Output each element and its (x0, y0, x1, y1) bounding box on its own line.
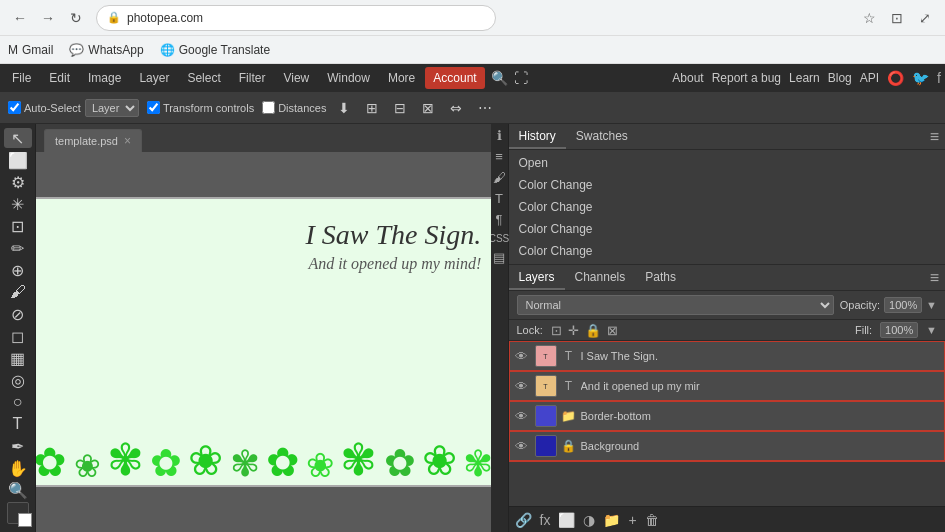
tool-move[interactable]: ↖ (4, 128, 32, 148)
menu-file[interactable]: File (4, 67, 39, 89)
layer-group-button[interactable]: 📁 (603, 512, 620, 528)
toolbar-icon-align3[interactable]: ⊠ (418, 98, 438, 118)
refresh-button[interactable]: ↻ (64, 6, 88, 30)
menu-about[interactable]: About (672, 71, 703, 85)
settings-icon[interactable]: ≡ (495, 149, 503, 164)
minimize-button[interactable]: ⊡ (885, 6, 909, 30)
tool-brush[interactable]: 🖌 (4, 282, 32, 302)
tool-eraser[interactable]: ◻ (4, 326, 32, 346)
lock-pixels-icon[interactable]: ⊡ (551, 323, 562, 338)
tab-paths[interactable]: Paths (635, 266, 686, 290)
layer-1-visibility[interactable]: 👁 (513, 377, 531, 395)
transform-controls-input[interactable] (147, 101, 160, 114)
lock-artboard-icon[interactable]: 🔒 (585, 323, 601, 338)
info-icon[interactable]: ℹ (497, 128, 502, 143)
layer-style-button[interactable]: fx (540, 512, 551, 528)
layers-panel-options[interactable]: ≡ (924, 269, 945, 287)
layer-select[interactable]: Layer (85, 99, 139, 117)
lock-position-icon[interactable]: ✛ (568, 323, 579, 338)
back-button[interactable]: ← (8, 6, 32, 30)
tool-heal[interactable]: ⊕ (4, 260, 32, 280)
menu-view[interactable]: View (275, 67, 317, 89)
social-reddit-icon[interactable]: ⭕ (887, 70, 904, 86)
layer-0-visibility[interactable]: 👁 (513, 347, 531, 365)
maximize-button[interactable]: ⤢ (913, 6, 937, 30)
menu-select[interactable]: Select (179, 67, 228, 89)
menu-learn[interactable]: Learn (789, 71, 820, 85)
history-item-color-change-3[interactable]: Color Change (509, 218, 946, 240)
menu-filter[interactable]: Filter (231, 67, 274, 89)
history-panel-options[interactable]: ≡ (924, 128, 945, 146)
layer-link-button[interactable]: 🔗 (515, 512, 532, 528)
social-twitter-icon[interactable]: 🐦 (912, 70, 929, 86)
layer-new-button[interactable]: + (628, 512, 636, 528)
menu-window[interactable]: Window (319, 67, 378, 89)
menu-api[interactable]: API (860, 71, 879, 85)
social-facebook-icon[interactable]: f (937, 70, 941, 86)
blend-mode-select[interactable]: Normal (517, 295, 834, 315)
tab-history[interactable]: History (509, 125, 566, 149)
bookmark-gmail[interactable]: M Gmail (8, 43, 53, 57)
history-item-color-change-4[interactable]: Color Change (509, 240, 946, 262)
menu-edit[interactable]: Edit (41, 67, 78, 89)
tool-pen[interactable]: ✒ (4, 436, 32, 456)
bookmark-button[interactable]: ☆ (857, 6, 881, 30)
toolbar-icon-arrange[interactable]: ⇔ (446, 98, 466, 118)
tab-channels[interactable]: Channels (565, 266, 636, 290)
history-item-color-change-2[interactable]: Color Change (509, 196, 946, 218)
canvas-workspace[interactable]: I Saw The Sign. And it opened up my mind… (36, 152, 491, 532)
opacity-value[interactable]: 100% (884, 297, 922, 313)
menu-more[interactable]: More (380, 67, 423, 89)
tool-magic-wand[interactable]: ✳ (4, 194, 32, 214)
tool-clone[interactable]: ⊘ (4, 304, 32, 324)
tool-zoom[interactable]: 🔍 (4, 480, 32, 500)
brush-icon[interactable]: 🖌 (493, 170, 506, 185)
fill-value[interactable]: 100% (880, 322, 918, 338)
tool-blur[interactable]: ◎ (4, 370, 32, 390)
fullscreen-icon[interactable]: ⛶ (514, 70, 528, 86)
toolbar-icon-align1[interactable]: ⊞ (362, 98, 382, 118)
css-icon[interactable]: CSS (489, 233, 510, 244)
layer-row-3[interactable]: 👁 🔒 Background (509, 431, 946, 461)
tool-crop[interactable]: ⊡ (4, 216, 32, 236)
layer-row-1[interactable]: 👁 T T And it opened up my mir (509, 371, 946, 401)
menu-blog[interactable]: Blog (828, 71, 852, 85)
address-bar[interactable]: 🔒 photopea.com (96, 5, 496, 31)
tool-hand[interactable]: ✋ (4, 458, 32, 478)
toolbar-icon-align2[interactable]: ⊟ (390, 98, 410, 118)
transform-controls-checkbox[interactable]: Transform controls (147, 101, 254, 114)
tool-select-rect[interactable]: ⬜ (4, 150, 32, 170)
layer-row-0[interactable]: 👁 T T I Saw The Sign. (509, 341, 946, 371)
toolbar-icon-download[interactable]: ⬇ (334, 98, 354, 118)
lock-all-icon[interactable]: ⊠ (607, 323, 618, 338)
distances-input[interactable] (262, 101, 275, 114)
auto-select-input[interactable] (8, 101, 21, 114)
tool-dodge[interactable]: ○ (4, 392, 32, 412)
tab-close-button[interactable]: × (124, 134, 131, 148)
layers-icon[interactable]: ▤ (493, 250, 505, 265)
type-icon[interactable]: T (495, 191, 503, 206)
layer-3-visibility[interactable]: 👁 (513, 437, 531, 455)
menu-report-bug[interactable]: Report a bug (712, 71, 781, 85)
tool-lasso[interactable]: ⚙ (4, 172, 32, 192)
menu-account[interactable]: Account (425, 67, 484, 89)
tool-type[interactable]: T (4, 414, 32, 434)
tab-swatches[interactable]: Swatches (566, 125, 638, 149)
layer-2-visibility[interactable]: 👁 (513, 407, 531, 425)
toolbar-icon-more[interactable]: ⋯ (474, 98, 496, 118)
bookmark-translate[interactable]: 🌐 Google Translate (160, 43, 270, 57)
history-item-color-change-1[interactable]: Color Change (509, 174, 946, 196)
history-item-open[interactable]: Open (509, 152, 946, 174)
menu-image[interactable]: Image (80, 67, 129, 89)
forward-button[interactable]: → (36, 6, 60, 30)
distances-checkbox[interactable]: Distances (262, 101, 326, 114)
canvas-tab-template[interactable]: template.psd × (44, 129, 142, 152)
auto-select-checkbox[interactable]: Auto-Select (8, 101, 81, 114)
opacity-arrow-icon[interactable]: ▼ (926, 299, 937, 311)
foreground-color[interactable] (7, 502, 29, 524)
layer-delete-button[interactable]: 🗑 (645, 512, 659, 528)
fill-arrow-icon[interactable]: ▼ (926, 324, 937, 336)
tab-layers[interactable]: Layers (509, 266, 565, 290)
layer-adjustment-button[interactable]: ◑ (583, 512, 595, 528)
menu-layer[interactable]: Layer (131, 67, 177, 89)
